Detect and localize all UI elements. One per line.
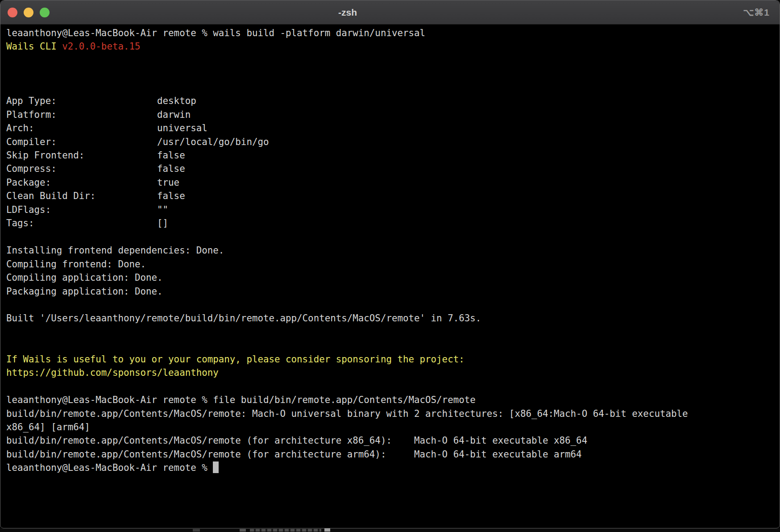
- terminal-window: -zsh ⌥⌘1 leaanthony@Leas-MacBook-Air rem…: [0, 0, 780, 528]
- terminal-line: https://github.com/sponsors/leaanthony: [6, 366, 779, 379]
- keyboard-shortcut-badge: ⌥⌘1: [743, 7, 770, 18]
- titlebar: -zsh ⌥⌘1: [0, 0, 780, 25]
- terminal-line: leaanthony@Leas-MacBook-Air remote % wai…: [6, 26, 779, 40]
- terminal-line: build/bin/remote.app/Contents/MacOS/remo…: [6, 407, 779, 420]
- terminal-line: x86_64] [arm64]: [6, 420, 779, 434]
- terminal-line: [6, 230, 779, 244]
- terminal-line: LDFlags: "": [6, 203, 779, 216]
- terminal-line: [6, 325, 779, 339]
- zoom-button[interactable]: [40, 8, 50, 17]
- terminal-line: build/bin/remote.app/Contents/MacOS/remo…: [6, 448, 779, 461]
- terminal-line: Arch: universal: [6, 121, 779, 135]
- terminal-line: [6, 67, 779, 80]
- background-text-fragment: [240, 529, 246, 532]
- terminal-line: Clean Build Dir: false: [6, 189, 779, 203]
- terminal-line: Tags: []: [6, 216, 779, 230]
- terminal-line: [6, 380, 779, 393]
- background-text-fragment: [324, 528, 330, 532]
- terminal-line: [6, 339, 779, 352]
- terminal-line: Compiling application: Done.: [6, 271, 779, 284]
- terminal-line: Compress: false: [6, 162, 779, 175]
- terminal-line: build/bin/remote.app/Contents/MacOS/remo…: [6, 434, 779, 447]
- terminal-line: App Type: desktop: [6, 94, 779, 108]
- background-text-fragment: [250, 529, 321, 532]
- terminal-line: Installing frontend dependencies: Done.: [6, 244, 779, 257]
- terminal-line: Wails CLI v2.0.0-beta.15: [6, 40, 779, 53]
- terminal-line: Built '/Users/leaanthony/remote/build/bi…: [6, 312, 779, 325]
- terminal-line: Compiling frontend: Done.: [6, 258, 779, 271]
- minimize-button[interactable]: [24, 8, 33, 17]
- terminal-line: leaanthony@Leas-MacBook-Air remote %: [6, 461, 779, 474]
- close-button[interactable]: [8, 8, 17, 17]
- terminal-line: leaanthony@Leas-MacBook-Air remote % fil…: [6, 393, 779, 407]
- terminal-line: [6, 54, 779, 67]
- traffic-lights: [0, 8, 50, 17]
- terminal-line: Skip Frontend: false: [6, 149, 779, 162]
- terminal-line: [6, 81, 779, 94]
- terminal-line: Package: true: [6, 176, 779, 189]
- background-text-fragment: [193, 529, 200, 532]
- terminal-line: Platform: darwin: [6, 108, 779, 121]
- terminal-line: [6, 298, 779, 312]
- terminal-output[interactable]: leaanthony@Leas-MacBook-Air remote % wai…: [1, 25, 779, 528]
- window-title: -zsh: [338, 7, 357, 18]
- terminal-cursor: [213, 461, 219, 473]
- terminal-line: Compiler: /usr/local/go/bin/go: [6, 135, 779, 149]
- terminal-line: Packaging application: Done.: [6, 285, 779, 298]
- background-window-sliver: [0, 528, 780, 532]
- terminal-line: If Wails is useful to you or your compan…: [6, 353, 779, 366]
